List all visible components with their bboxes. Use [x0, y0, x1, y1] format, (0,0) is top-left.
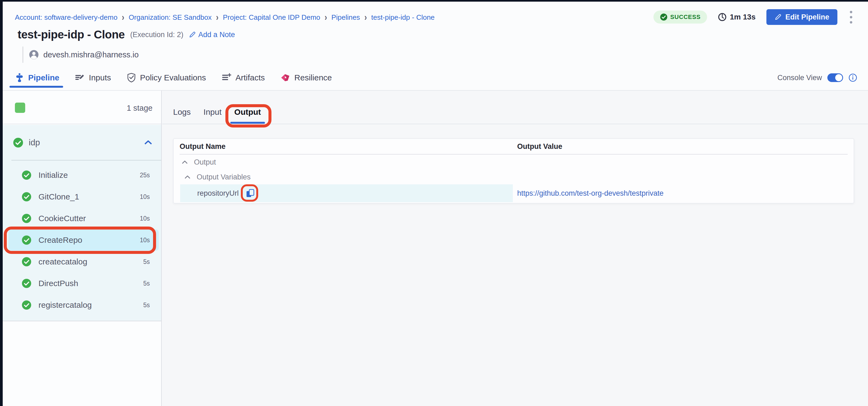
execution-sidebar: 1 stage idp Initialize 25s	[3, 91, 162, 406]
shield-check-icon	[127, 73, 136, 82]
console-view-label: Console View	[777, 74, 822, 82]
stage-row-idp[interactable]: idp	[3, 125, 161, 161]
step-name: CreateRepo	[38, 235, 82, 245]
info-icon[interactable]	[848, 73, 857, 82]
tab-artifacts[interactable]: Artifacts	[222, 73, 265, 82]
step-name: registercatalog	[38, 300, 92, 310]
output-variables-group-row[interactable]: Output Variables	[180, 170, 848, 184]
step-duration: 10s	[140, 193, 150, 201]
tab-logs[interactable]: Logs	[173, 107, 191, 117]
breadcrumb-separator: ›	[324, 12, 327, 23]
step-detail-tabs: Logs Input Output	[162, 91, 868, 124]
step-row-createcatalog[interactable]: createcatalog 5s	[3, 251, 161, 273]
breadcrumb-separator: ›	[216, 12, 218, 23]
tab-inputs[interactable]: Inputs	[75, 73, 111, 82]
edit-pipeline-label: Edit Pipeline	[785, 13, 829, 22]
tab-artifacts-label: Artifacts	[236, 73, 265, 82]
resilience-chaos-icon	[281, 73, 290, 82]
success-check-icon	[22, 278, 31, 288]
add-note-link[interactable]: Add a Note	[189, 31, 235, 39]
step-name: CookieCutter	[38, 214, 86, 223]
tab-output[interactable]: Output	[234, 107, 261, 117]
stage-count-label: 1 stage	[127, 104, 153, 112]
breadcrumb-current-pipeline[interactable]: test-pipe-idp - Clone	[371, 13, 435, 22]
success-check-icon	[22, 235, 31, 245]
step-duration: 25s	[140, 172, 150, 179]
output-variable-name: repositoryUrl	[197, 184, 239, 202]
success-check-icon	[660, 13, 668, 21]
breadcrumb-organization[interactable]: Organization: SE Sandbox	[129, 13, 212, 22]
output-table-header: Output Name Output Value	[180, 139, 848, 154]
triggered-by: devesh.mishra@harness.io	[23, 46, 139, 63]
step-row-registercatalog[interactable]: registercatalog 5s	[3, 294, 161, 316]
success-check-icon	[22, 192, 31, 202]
step-details-panel: Logs Input Output Output Name Output Val…	[162, 91, 868, 406]
breadcrumb-project[interactable]: Project: Capital One IDP Demo	[223, 13, 320, 22]
step-duration: 5s	[143, 302, 150, 309]
chevron-up-icon[interactable]	[144, 139, 153, 146]
inputs-icon	[75, 73, 85, 82]
execution-nav-tabs: Pipeline Inputs Policy Evaluations	[15, 65, 857, 90]
output-table-card: Output Name Output Value Output Output V…	[173, 138, 854, 204]
more-options-menu[interactable]	[848, 9, 854, 25]
status-badge: SUCCESS	[653, 10, 707, 24]
clock-icon	[718, 13, 726, 22]
copy-icon	[245, 188, 256, 199]
tab-pipeline[interactable]: Pipeline	[15, 73, 59, 82]
tab-resilience-label: Resilience	[294, 73, 332, 82]
step-duration: 10s	[140, 237, 150, 244]
column-output-value: Output Value	[517, 142, 562, 151]
user-avatar-icon	[29, 49, 39, 60]
chevron-up-icon	[182, 160, 188, 164]
pencil-icon	[189, 31, 196, 38]
step-row-cookiecutter[interactable]: CookieCutter 10s	[3, 208, 161, 229]
page-title: test-pipe-idp - Clone	[18, 28, 125, 41]
step-list: Initialize 25s GitClone_1 10s CookieCutt…	[3, 161, 161, 316]
success-check-icon	[22, 257, 31, 267]
breadcrumb-pipelines[interactable]: Pipelines	[331, 13, 360, 22]
tab-inputs-label: Inputs	[89, 73, 111, 82]
success-check-icon	[22, 213, 31, 223]
console-view-cluster: Console View	[777, 73, 857, 82]
output-group-row[interactable]: Output	[180, 155, 848, 170]
output-variable-value[interactable]: https://github.com/test-org-devesh/testp…	[517, 184, 663, 202]
user-email: devesh.mishra@harness.io	[43, 50, 139, 59]
collapsed-nav-rail	[0, 0, 3, 406]
tab-policy-evaluations[interactable]: Policy Evaluations	[127, 73, 206, 82]
stage-status-square[interactable]	[15, 103, 25, 113]
breadcrumb-account[interactable]: Account: software-delivery-demo	[15, 13, 118, 22]
stage-summary-bar: 1 stage	[3, 91, 161, 124]
step-duration: 5s	[143, 280, 150, 287]
title-row: test-pipe-idp - Clone (Execution Id: 2) …	[18, 28, 235, 41]
copy-button[interactable]	[245, 188, 256, 199]
tab-policy-evaluations-label: Policy Evaluations	[140, 73, 206, 82]
step-name: DirectPush	[38, 279, 78, 288]
group-label: Output Variables	[197, 173, 251, 181]
edit-pipeline-button[interactable]: Edit Pipeline	[767, 9, 837, 25]
breadcrumb: Account: software-delivery-demo › Organi…	[15, 12, 435, 22]
chevron-up-icon	[184, 175, 191, 179]
step-row-directpush[interactable]: DirectPush 5s	[3, 273, 161, 294]
console-view-toggle[interactable]	[827, 73, 843, 82]
tab-pipeline-label: Pipeline	[28, 73, 59, 82]
pipeline-execution-page: Account: software-delivery-demo › Organi…	[0, 0, 868, 406]
step-row-gitclone[interactable]: GitClone_1 10s	[3, 186, 161, 208]
breadcrumb-separator: ›	[364, 12, 367, 23]
success-check-icon	[22, 300, 31, 310]
pencil-icon	[775, 13, 782, 21]
step-duration: 5s	[143, 258, 150, 266]
execution-duration: 1m 13s	[718, 13, 755, 22]
tab-input[interactable]: Input	[204, 107, 222, 117]
stage-panel: idp Initialize 25s GitClone_1 10s	[3, 125, 161, 321]
step-row-createrepo-selected[interactable]: CreateRepo 10s	[3, 229, 161, 251]
output-variable-row[interactable]: repositoryUrl https://github.com/test-or…	[180, 184, 848, 202]
step-row-initialize[interactable]: Initialize 25s	[3, 164, 161, 186]
step-name: createcatalog	[38, 257, 87, 266]
add-note-label: Add a Note	[198, 31, 235, 39]
step-name: GitClone_1	[38, 192, 79, 201]
tab-resilience[interactable]: Resilience	[281, 73, 332, 82]
page-header: Account: software-delivery-demo › Organi…	[3, 2, 868, 91]
breadcrumb-separator: ›	[122, 12, 124, 23]
group-label: Output	[194, 158, 216, 166]
pipeline-icon	[15, 73, 24, 82]
